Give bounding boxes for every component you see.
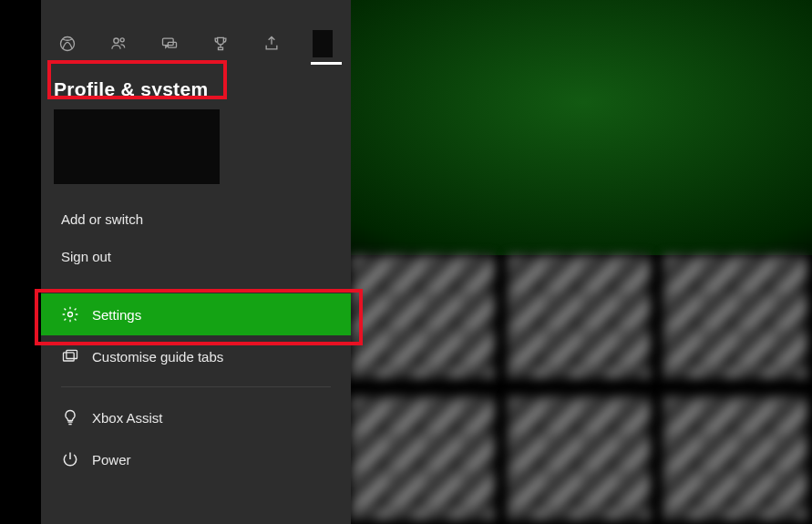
power-icon xyxy=(61,450,79,468)
settings-label: Settings xyxy=(92,307,141,323)
game-tile[interactable] xyxy=(508,255,651,378)
guide-panel: Profile & system Add or switch Sign out … xyxy=(41,0,351,524)
svg-point-2 xyxy=(120,38,124,42)
game-tile[interactable] xyxy=(663,396,807,519)
game-tile[interactable] xyxy=(663,255,807,378)
xbox-assist-label: Xbox Assist xyxy=(92,410,163,426)
profile-thumbnail xyxy=(313,30,333,57)
game-tile[interactable] xyxy=(351,255,494,378)
profile-tab[interactable] xyxy=(313,34,333,54)
power-label: Power xyxy=(92,452,131,467)
customise-tabs-label: Customise guide tabs xyxy=(92,349,223,365)
xbox-assist-button[interactable]: Xbox Assist xyxy=(41,396,351,438)
svg-point-5 xyxy=(68,313,73,317)
page-title: Profile & system xyxy=(54,78,208,100)
chat-icon[interactable] xyxy=(159,34,180,54)
game-tile[interactable] xyxy=(508,396,651,519)
people-icon[interactable] xyxy=(108,34,128,54)
svg-rect-6 xyxy=(64,353,75,361)
svg-point-0 xyxy=(61,37,75,51)
background-swoosh xyxy=(346,0,812,255)
gear-icon xyxy=(61,305,79,324)
power-button[interactable]: Power xyxy=(41,438,351,480)
svg-rect-7 xyxy=(67,350,77,358)
svg-point-1 xyxy=(114,38,118,43)
xbox-icon[interactable] xyxy=(57,34,77,54)
add-or-switch-button[interactable]: Add or switch xyxy=(54,200,338,238)
tabs-icon xyxy=(61,347,79,365)
account-actions: Add or switch Sign out xyxy=(41,200,351,293)
game-tile[interactable] xyxy=(351,396,494,519)
lightbulb-icon xyxy=(61,408,79,426)
settings-button[interactable]: Settings xyxy=(41,293,351,335)
game-tile-grid xyxy=(351,255,807,519)
achievements-icon[interactable] xyxy=(211,34,231,54)
share-icon[interactable] xyxy=(262,34,282,54)
customise-guide-tabs-button[interactable]: Customise guide tabs xyxy=(41,335,351,377)
sign-out-button[interactable]: Sign out xyxy=(54,238,338,275)
guide-tab-row xyxy=(41,26,351,62)
active-tab-underline xyxy=(311,62,342,65)
settings-section: Settings Customise guide tabs Xbox Assis… xyxy=(41,293,351,480)
profile-card[interactable] xyxy=(54,109,220,184)
